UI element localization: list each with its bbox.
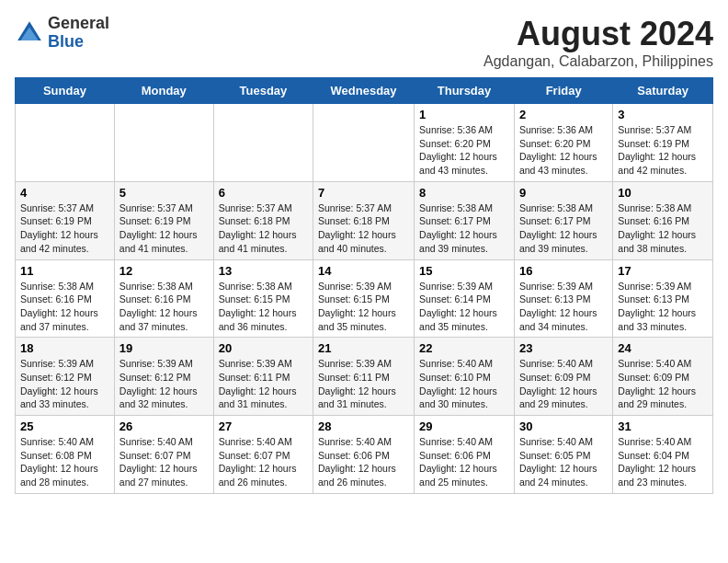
day-number: 21 [318, 341, 409, 355]
calendar-cell: 27Sunrise: 5:40 AM Sunset: 6:07 PM Dayli… [213, 416, 313, 494]
calendar-cell: 6Sunrise: 5:37 AM Sunset: 6:18 PM Daylig… [213, 181, 313, 259]
day-number: 16 [519, 264, 608, 278]
calendar-header-row: SundayMondayTuesdayWednesdayThursdayFrid… [16, 78, 713, 104]
main-title: August 2024 [483, 15, 713, 53]
weekday-header-saturday: Saturday [613, 78, 713, 104]
calendar-cell: 16Sunrise: 5:39 AM Sunset: 6:13 PM Dayli… [514, 259, 612, 338]
calendar-cell [16, 104, 115, 182]
calendar-cell: 11Sunrise: 5:38 AM Sunset: 6:16 PM Dayli… [16, 259, 115, 338]
page-header: General Blue August 2024 Agdangan, Calab… [15, 15, 713, 70]
calendar-cell: 4Sunrise: 5:37 AM Sunset: 6:19 PM Daylig… [16, 181, 115, 259]
day-info: Sunrise: 5:36 AM Sunset: 6:20 PM Dayligh… [419, 123, 509, 178]
day-number: 8 [419, 186, 509, 200]
day-number: 23 [519, 341, 608, 355]
day-number: 28 [318, 419, 409, 433]
day-info: Sunrise: 5:40 AM Sunset: 6:05 PM Dayligh… [519, 435, 608, 489]
calendar-cell: 5Sunrise: 5:37 AM Sunset: 6:19 PM Daylig… [114, 181, 213, 259]
day-info: Sunrise: 5:38 AM Sunset: 6:15 PM Dayligh… [219, 280, 308, 334]
day-number: 24 [618, 341, 708, 355]
calendar-cell: 17Sunrise: 5:39 AM Sunset: 6:13 PM Dayli… [613, 259, 713, 338]
calendar-cell: 31Sunrise: 5:40 AM Sunset: 6:04 PM Dayli… [613, 416, 713, 494]
logo-text: General Blue [48, 15, 109, 52]
day-info: Sunrise: 5:37 AM Sunset: 6:18 PM Dayligh… [219, 201, 308, 256]
calendar-cell: 18Sunrise: 5:39 AM Sunset: 6:12 PM Dayli… [16, 338, 115, 416]
calendar-cell: 28Sunrise: 5:40 AM Sunset: 6:06 PM Dayli… [313, 416, 415, 494]
day-info: Sunrise: 5:38 AM Sunset: 6:16 PM Dayligh… [20, 280, 109, 334]
day-number: 31 [618, 419, 708, 433]
day-info: Sunrise: 5:37 AM Sunset: 6:19 PM Dayligh… [618, 123, 708, 178]
day-info: Sunrise: 5:38 AM Sunset: 6:17 PM Dayligh… [519, 201, 608, 256]
day-info: Sunrise: 5:40 AM Sunset: 6:10 PM Dayligh… [419, 357, 509, 411]
day-number: 13 [219, 264, 308, 278]
calendar-week-row: 11Sunrise: 5:38 AM Sunset: 6:16 PM Dayli… [16, 259, 713, 338]
calendar-cell: 20Sunrise: 5:39 AM Sunset: 6:11 PM Dayli… [213, 338, 313, 416]
day-info: Sunrise: 5:38 AM Sunset: 6:16 PM Dayligh… [119, 280, 209, 334]
day-info: Sunrise: 5:39 AM Sunset: 6:11 PM Dayligh… [219, 357, 308, 411]
day-number: 22 [419, 341, 509, 355]
calendar-table: SundayMondayTuesdayWednesdayThursdayFrid… [15, 77, 713, 494]
day-number: 6 [219, 186, 308, 200]
calendar-cell: 26Sunrise: 5:40 AM Sunset: 6:07 PM Dayli… [114, 416, 213, 494]
day-number: 10 [618, 186, 708, 200]
day-info: Sunrise: 5:40 AM Sunset: 6:09 PM Dayligh… [519, 357, 608, 411]
day-number: 17 [618, 264, 708, 278]
calendar-cell: 15Sunrise: 5:39 AM Sunset: 6:14 PM Dayli… [415, 259, 515, 338]
calendar-cell: 10Sunrise: 5:38 AM Sunset: 6:16 PM Dayli… [613, 181, 713, 259]
weekday-header-tuesday: Tuesday [213, 78, 313, 104]
day-info: Sunrise: 5:39 AM Sunset: 6:13 PM Dayligh… [519, 280, 608, 334]
day-number: 5 [119, 186, 209, 200]
weekday-header-monday: Monday [114, 78, 213, 104]
calendar-cell: 7Sunrise: 5:37 AM Sunset: 6:18 PM Daylig… [313, 181, 415, 259]
day-number: 30 [519, 419, 608, 433]
day-info: Sunrise: 5:36 AM Sunset: 6:20 PM Dayligh… [519, 123, 608, 178]
day-info: Sunrise: 5:40 AM Sunset: 6:06 PM Dayligh… [419, 435, 509, 489]
calendar-cell: 23Sunrise: 5:40 AM Sunset: 6:09 PM Dayli… [514, 338, 612, 416]
calendar-cell: 21Sunrise: 5:39 AM Sunset: 6:11 PM Dayli… [313, 338, 415, 416]
day-info: Sunrise: 5:40 AM Sunset: 6:04 PM Dayligh… [618, 435, 708, 489]
calendar-cell [114, 104, 213, 182]
day-info: Sunrise: 5:39 AM Sunset: 6:12 PM Dayligh… [119, 357, 209, 411]
calendar-week-row: 25Sunrise: 5:40 AM Sunset: 6:08 PM Dayli… [16, 416, 713, 494]
day-info: Sunrise: 5:37 AM Sunset: 6:18 PM Dayligh… [318, 201, 409, 256]
day-number: 7 [318, 186, 409, 200]
day-number: 29 [419, 419, 509, 433]
day-number: 25 [20, 419, 109, 433]
calendar-cell: 8Sunrise: 5:38 AM Sunset: 6:17 PM Daylig… [415, 181, 515, 259]
calendar-cell: 12Sunrise: 5:38 AM Sunset: 6:16 PM Dayli… [114, 259, 213, 338]
day-number: 12 [119, 264, 209, 278]
logo-icon [15, 18, 44, 48]
day-number: 14 [318, 264, 409, 278]
day-info: Sunrise: 5:37 AM Sunset: 6:19 PM Dayligh… [119, 201, 209, 256]
day-info: Sunrise: 5:37 AM Sunset: 6:19 PM Dayligh… [20, 201, 109, 256]
day-info: Sunrise: 5:39 AM Sunset: 6:12 PM Dayligh… [20, 357, 109, 411]
day-number: 3 [618, 108, 708, 121]
weekday-header-sunday: Sunday [16, 78, 115, 104]
day-info: Sunrise: 5:39 AM Sunset: 6:15 PM Dayligh… [318, 280, 409, 334]
calendar-cell: 25Sunrise: 5:40 AM Sunset: 6:08 PM Dayli… [16, 416, 115, 494]
calendar-cell: 1Sunrise: 5:36 AM Sunset: 6:20 PM Daylig… [415, 104, 515, 182]
day-info: Sunrise: 5:40 AM Sunset: 6:06 PM Dayligh… [318, 435, 409, 489]
calendar-cell: 30Sunrise: 5:40 AM Sunset: 6:05 PM Dayli… [514, 416, 612, 494]
logo: General Blue [15, 15, 109, 52]
calendar-cell: 13Sunrise: 5:38 AM Sunset: 6:15 PM Dayli… [213, 259, 313, 338]
day-number: 1 [419, 108, 509, 121]
day-number: 2 [519, 108, 608, 121]
day-number: 4 [20, 186, 109, 200]
day-info: Sunrise: 5:39 AM Sunset: 6:14 PM Dayligh… [419, 280, 509, 334]
calendar-cell [313, 104, 415, 182]
day-number: 26 [119, 419, 209, 433]
calendar-body: 1Sunrise: 5:36 AM Sunset: 6:20 PM Daylig… [16, 104, 713, 494]
day-number: 20 [219, 341, 308, 355]
sub-title: Agdangan, Calabarzon, Philippines [483, 53, 713, 70]
calendar-week-row: 18Sunrise: 5:39 AM Sunset: 6:12 PM Dayli… [16, 338, 713, 416]
day-info: Sunrise: 5:40 AM Sunset: 6:07 PM Dayligh… [219, 435, 308, 489]
day-info: Sunrise: 5:40 AM Sunset: 6:07 PM Dayligh… [119, 435, 209, 489]
day-info: Sunrise: 5:40 AM Sunset: 6:08 PM Dayligh… [20, 435, 109, 489]
day-number: 15 [419, 264, 509, 278]
calendar-cell: 2Sunrise: 5:36 AM Sunset: 6:20 PM Daylig… [514, 104, 612, 182]
day-number: 27 [219, 419, 308, 433]
calendar-cell [213, 104, 313, 182]
calendar-cell: 22Sunrise: 5:40 AM Sunset: 6:10 PM Dayli… [415, 338, 515, 416]
day-info: Sunrise: 5:39 AM Sunset: 6:11 PM Dayligh… [318, 357, 409, 411]
weekday-header-wednesday: Wednesday [313, 78, 415, 104]
